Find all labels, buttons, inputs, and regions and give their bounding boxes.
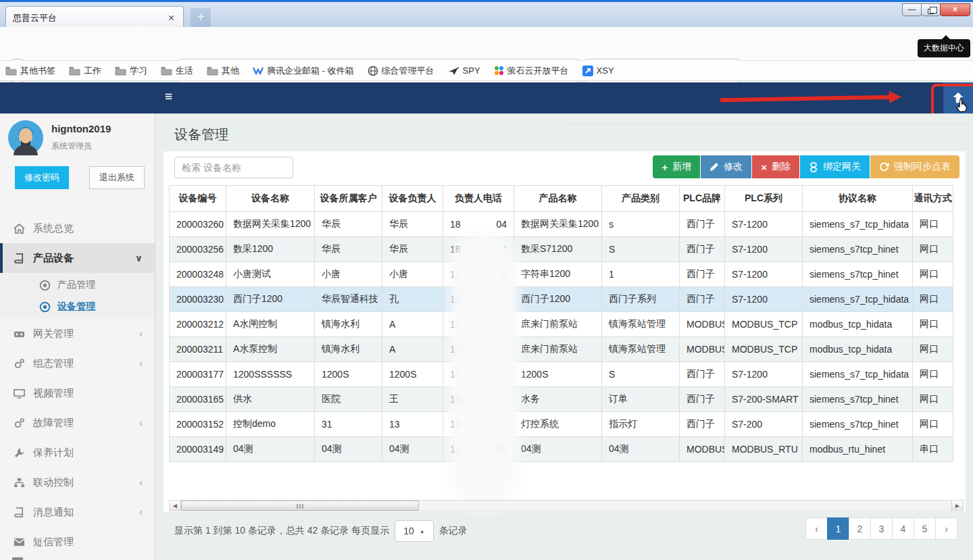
cell: 镇海泵站管理 — [602, 312, 680, 337]
force-sync-button[interactable]: 强制同步点表 — [870, 155, 959, 178]
sidebar-item-gateway[interactable]: 网关管理 ‹ — [0, 319, 155, 349]
col-header[interactable]: 产品类别 — [602, 186, 680, 212]
next-page-button[interactable]: › — [935, 517, 957, 540]
bookmark-link[interactable]: 综合管理平台 — [368, 65, 434, 77]
tab-close-icon[interactable]: × — [166, 14, 176, 23]
cell: S7-200 — [725, 412, 803, 437]
sidebar-item-partial — [12, 557, 23, 560]
col-header[interactable]: 设备负责人 — [382, 186, 443, 212]
close-button[interactable]: × — [940, 3, 970, 16]
col-header[interactable]: 负责人电话 — [443, 186, 514, 212]
cell: 华辰 — [382, 237, 443, 262]
sidebar-item-overview[interactable]: 系统总览 — [0, 213, 155, 243]
table-row[interactable]: 200003152控制demo3113153灯控系统指示灯西门子S7-200si… — [170, 412, 953, 437]
cell: 西门子 — [680, 262, 725, 287]
page-button-2[interactable]: 2 — [849, 517, 871, 540]
sidebar-item-hmi[interactable]: 组态管理 ‹ — [0, 349, 155, 378]
globe-icon — [368, 66, 378, 76]
col-header[interactable]: PLC系列 — [725, 186, 803, 212]
edit-button[interactable]: 修改 — [701, 155, 751, 178]
bookmark-link[interactable]: 萤石云开放平台 — [494, 65, 569, 77]
logout-button[interactable]: 退出系统 — [89, 166, 145, 189]
sidebar-item-linkage[interactable]: 联动控制 ‹ — [0, 467, 155, 497]
cell: modbus_tcp_hidata — [803, 312, 913, 337]
delete-button[interactable]: × 删除 — [752, 155, 799, 178]
cell: 04测 — [514, 437, 602, 462]
bookmark-link[interactable]: XSY — [582, 66, 614, 76]
prev-page-button[interactable]: ‹ — [805, 517, 828, 540]
cell: siemens_s7_tcp_hidata — [803, 212, 913, 237]
change-password-button[interactable]: 修改密码 — [15, 166, 69, 189]
sidebar-item-product-mgmt[interactable]: 产品管理 — [0, 274, 155, 296]
table-row[interactable]: 200003248小唐测试小唐小唐130字符串12001西门子S7-1200si… — [170, 262, 953, 287]
sidebar-item-product-device[interactable]: 产品设备 ∨ — [0, 243, 155, 273]
bookmark-folder[interactable]: 其他 — [207, 65, 239, 77]
sidebar-item-video[interactable]: 视频管理 — [0, 378, 155, 408]
folder-icon — [161, 66, 172, 76]
page-size-dropdown[interactable]: 10 ▲ — [395, 520, 434, 542]
restore-button[interactable] — [921, 3, 941, 16]
col-header[interactable]: 设备名称 — [226, 186, 315, 212]
table-row[interactable]: 20000314904测04测04测153804测04测MODBUSMODBUS… — [170, 437, 953, 462]
page-button-3[interactable]: 3 — [870, 517, 893, 540]
cell: 200003260 — [170, 212, 226, 237]
sidebar-item-notification[interactable]: 消息通知 ‹ — [0, 497, 155, 527]
cell: 西门子1200 — [226, 287, 315, 312]
page-button-1[interactable]: 1 — [827, 517, 849, 540]
page-button-5[interactable]: 5 — [914, 517, 936, 540]
sidebar-item-device-mgmt[interactable]: 设备管理 — [0, 296, 155, 317]
bookmark-link[interactable]: SPY — [448, 66, 480, 76]
redaction-blur — [455, 238, 512, 507]
table-row[interactable]: 200003165供水医院王18水务订单西门子S7-200-SMARTsieme… — [170, 387, 953, 412]
page-title: 设备管理 — [174, 126, 228, 144]
scroll-left-icon[interactable]: ◄ — [170, 501, 181, 511]
table-row[interactable]: 200003230西门子1200华辰智通科技孔15西门子1200西门子系列西门子… — [170, 287, 953, 312]
cell: 网口 — [913, 237, 953, 262]
horizontal-scrollbar[interactable]: ◄ ► — [169, 500, 964, 511]
table-row[interactable]: 200003260数据网关采集1200华辰华辰1804数据网关采集1200s西门… — [170, 212, 953, 237]
sidebar-item-maintenance[interactable]: 保养计划 — [0, 438, 155, 467]
col-header[interactable]: 协议名称 — [803, 186, 913, 212]
scroll-right-icon[interactable]: ► — [951, 501, 963, 511]
wrench-icon — [14, 447, 25, 459]
app-menu-toggle-icon[interactable]: ≡ — [165, 89, 172, 104]
avatar[interactable] — [8, 120, 43, 155]
cell: 网口 — [913, 287, 953, 312]
chevron-left-icon: ‹ — [139, 417, 143, 428]
device-search-input[interactable] — [174, 157, 293, 178]
add-button[interactable]: + 新增 — [653, 155, 700, 178]
book-icon — [14, 507, 25, 518]
cell: 小唐 — [382, 262, 443, 287]
page-button-4[interactable]: 4 — [892, 517, 914, 540]
col-header[interactable]: PLC品牌 — [680, 186, 725, 212]
table-row[interactable]: 2000031771200SSSSSS1200S1200S151200SS西门子… — [170, 362, 953, 387]
minimize-button[interactable]: — — [902, 3, 922, 16]
sidebar-item-fault[interactable]: 故障管理 ‹ — [0, 408, 155, 438]
bind-gateway-button[interactable]: 绑定网关 — [800, 155, 870, 178]
bigdata-center-button[interactable] — [943, 82, 973, 113]
table-row[interactable]: 200003212A水闸控制镇海水利A13庶来门前泵站镇海泵站管理MODBUSM… — [170, 312, 953, 337]
bookmark-folder[interactable]: 其他书签 — [5, 65, 55, 77]
scrollbar-thumb[interactable] — [181, 501, 419, 511]
cell: 200003212 — [170, 312, 226, 337]
col-header[interactable]: 设备编号 — [170, 186, 226, 212]
bookmark-link[interactable]: 腾讯企业邮箱 - 收件箱 — [253, 65, 354, 77]
col-header[interactable]: 产品名称 — [514, 186, 602, 212]
tencent-mail-icon — [253, 66, 264, 75]
cell: 网口 — [913, 412, 953, 437]
col-header[interactable]: 设备所属客户 — [315, 186, 382, 212]
new-tab-button[interactable]: + — [191, 8, 211, 27]
chevron-left-icon: ‹ — [139, 507, 143, 517]
bookmark-folder[interactable]: 生活 — [161, 65, 193, 77]
cell: S7-1200 — [725, 237, 803, 262]
table-row[interactable]: 200003211A水泵控制镇海水利A13庶来门前泵站镇海泵站管理MODBUSM… — [170, 337, 953, 362]
table-row[interactable]: 200003256数采1200华辰华辰184数采S71200S西门子S7-120… — [170, 237, 953, 262]
browser-tab[interactable]: 思普云平台 × — [5, 6, 184, 29]
sidebar-item-sms[interactable]: 短信管理 — [0, 527, 155, 557]
bookmark-folder[interactable]: 学习 — [115, 65, 147, 77]
bookmark-folder[interactable]: 工作 — [69, 65, 101, 77]
col-header[interactable]: 通讯方式 — [913, 186, 953, 212]
color-dots-icon — [494, 66, 504, 76]
cell: 网口 — [913, 387, 953, 412]
cell: 镇海水利 — [315, 337, 382, 362]
